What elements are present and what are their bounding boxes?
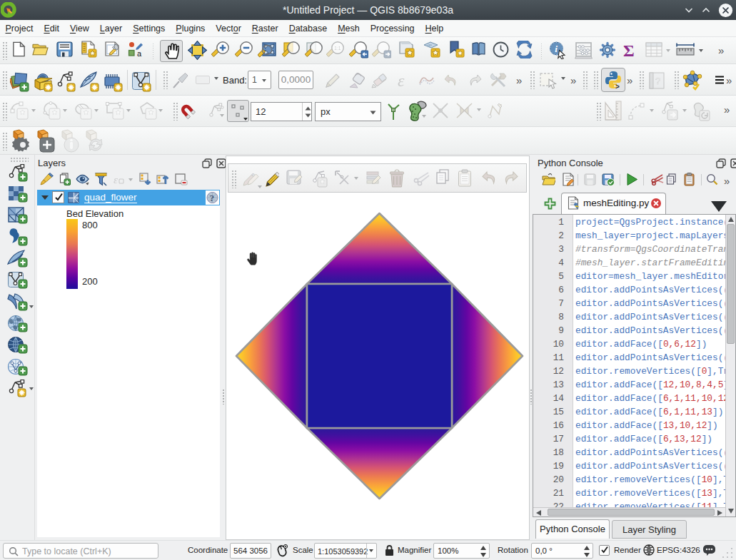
- svg-text:i: i: [555, 44, 558, 54]
- svg-text:ε: ε: [398, 71, 405, 89]
- svg-text:?: ?: [210, 193, 215, 203]
- svg-text:ε: ε: [114, 174, 118, 185]
- svg-text:a: a: [137, 49, 142, 58]
- svg-text:>: >: [615, 83, 620, 90]
- svg-text:?: ?: [655, 76, 660, 86]
- svg-text:Σ: Σ: [623, 41, 635, 58]
- svg-text:1:1: 1:1: [334, 46, 341, 51]
